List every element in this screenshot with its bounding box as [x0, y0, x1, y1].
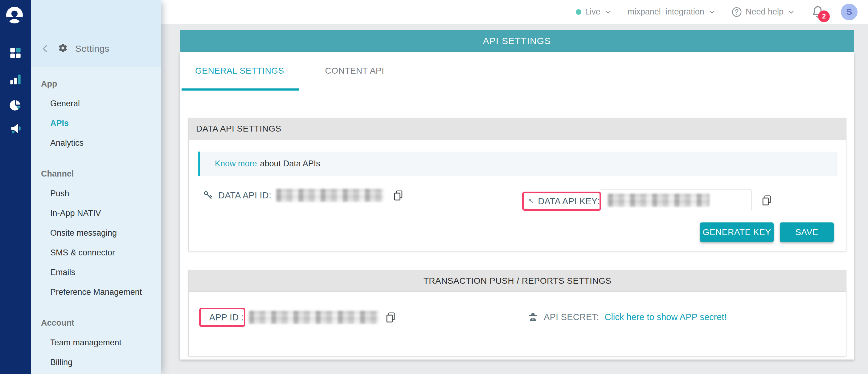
data-api-settings-header: DATA API SETTINGS — [189, 118, 846, 140]
sidebar-item-billing[interactable]: Billing — [31, 352, 161, 372]
key-icon — [528, 196, 533, 206]
settings-sidebar: Settings App General APIs Analytics Chan… — [31, 0, 161, 374]
info-banner-text: about Data APIs — [260, 159, 320, 169]
pie-chart-icon[interactable] — [9, 99, 22, 112]
copy-data-api-id-icon[interactable] — [393, 190, 404, 201]
user-avatar[interactable]: S — [841, 4, 858, 20]
app-id-value-redacted — [249, 311, 379, 324]
sidebar-item-analytics[interactable]: Analytics — [31, 133, 161, 153]
sidebar-item-team-management[interactable]: Team management — [31, 333, 161, 352]
bar-chart-icon[interactable] — [9, 72, 22, 86]
copy-app-id-icon[interactable] — [385, 311, 396, 323]
data-api-key-input[interactable] — [601, 189, 751, 211]
dashboard-grid-icon[interactable] — [9, 46, 22, 60]
tab-general-settings[interactable]: GENERAL SETTINGS — [195, 52, 284, 90]
data-api-id-value-redacted — [276, 189, 384, 202]
data-api-key-label: DATA API KEY: — [538, 196, 599, 206]
need-help-menu[interactable]: Need help — [732, 7, 795, 17]
live-status-dot — [576, 9, 581, 15]
know-more-link[interactable]: Know more — [215, 159, 257, 169]
sidebar-header: Settings — [31, 0, 161, 67]
help-circle-icon — [732, 7, 742, 17]
data-api-id-row: DATA API ID: — [203, 185, 404, 206]
sidebar-item-sms-connector[interactable]: SMS & connector — [31, 243, 161, 263]
copy-data-api-key-icon[interactable] — [761, 194, 772, 206]
section-label-channel: Channel — [31, 164, 161, 183]
chevron-down-icon — [709, 9, 715, 15]
nav-rail — [0, 0, 31, 374]
data-api-info-banner: Know more about Data APIs — [198, 151, 837, 176]
notification-count-badge: 2 — [818, 10, 830, 22]
sidebar-item-push[interactable]: Push — [31, 183, 161, 203]
section-label-app: App — [31, 74, 161, 94]
project-selector[interactable]: mixpanel_integration — [627, 7, 715, 16]
app-root: Settings App General APIs Analytics Chan… — [0, 0, 868, 374]
data-api-id-label: DATA API ID: — [218, 191, 271, 201]
spy-icon — [528, 312, 538, 322]
tab-bar: GENERAL SETTINGS CONTENT API — [180, 52, 854, 90]
sidebar-item-emails[interactable]: Emails — [31, 263, 161, 282]
save-button[interactable]: SAVE — [780, 223, 834, 242]
show-app-secret-link[interactable]: Click here to show APP secret! — [604, 312, 726, 322]
megaphone-icon[interactable] — [9, 122, 22, 135]
environment-selector[interactable]: Live — [576, 7, 612, 16]
api-secret-row: API SECRET: Click here to show APP secre… — [528, 307, 726, 327]
back-chevron-icon[interactable] — [40, 43, 51, 54]
sidebar-item-preference-management[interactable]: Preference Management — [31, 282, 161, 302]
sidebar-item-inapp-nativ[interactable]: In-App NATIV — [31, 203, 161, 223]
sidebar-menu: App General APIs Analytics Channel Push … — [31, 67, 161, 372]
key-icon — [203, 190, 213, 201]
project-label: mixpanel_integration — [627, 7, 704, 16]
topbar: Live mixpanel_integration Need help 2 S — [161, 0, 868, 24]
api-settings-panel: API SETTINGS GENERAL SETTINGS CONTENT AP… — [180, 30, 854, 360]
data-api-key-highlight-box: DATA API KEY: — [522, 192, 601, 211]
netcore-logo-icon[interactable] — [6, 7, 23, 24]
mobile-phone-icon — [204, 313, 206, 321]
sidebar-item-general[interactable]: General — [31, 94, 161, 113]
sidebar-item-apis[interactable]: APIs — [31, 113, 161, 133]
tab-content-api[interactable]: CONTENT API — [325, 52, 384, 90]
chevron-down-icon — [788, 9, 795, 15]
environment-label: Live — [585, 7, 600, 16]
main-content: API SETTINGS GENERAL SETTINGS CONTENT AP… — [161, 24, 868, 374]
data-api-settings-section: DATA API SETTINGS Know more about Data A… — [188, 118, 846, 251]
gear-icon — [58, 43, 68, 54]
app-id-highlight-box: APP ID : — [199, 308, 245, 327]
sidebar-title: Settings — [75, 43, 110, 54]
sidebar-item-onsite-messaging[interactable]: Onsite messaging — [31, 223, 161, 243]
need-help-label: Need help — [746, 7, 783, 16]
generate-key-button[interactable]: GENERATE KEY — [700, 223, 774, 242]
section-label-account: Account — [31, 313, 161, 333]
api-secret-label: API SECRET: — [544, 312, 599, 322]
app-id-label: APP ID : — [209, 312, 244, 322]
page-title: API SETTINGS — [180, 30, 854, 52]
transaction-settings-header: TRANSACTION PUSH / REPORTS SETTINGS — [189, 270, 846, 292]
chevron-down-icon — [605, 9, 612, 15]
data-api-key-value-redacted — [608, 194, 710, 207]
transaction-settings-section: TRANSACTION PUSH / REPORTS SETTINGS APP … — [188, 270, 846, 356]
notifications-bell[interactable]: 2 — [811, 4, 825, 20]
